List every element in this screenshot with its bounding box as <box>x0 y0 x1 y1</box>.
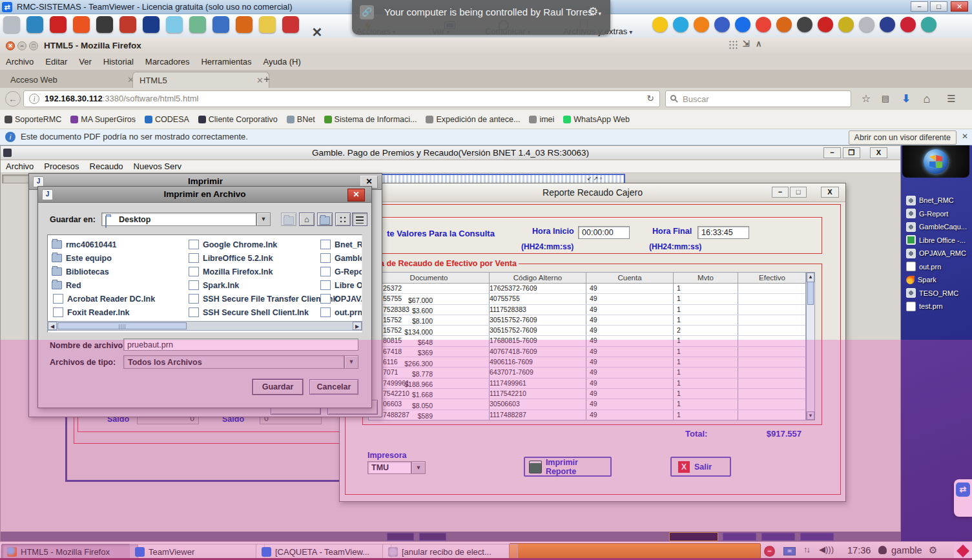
alert-burst-icon[interactable] <box>119 16 136 33</box>
close-button[interactable]: X <box>870 147 887 158</box>
store-bag-icon[interactable] <box>776 17 792 32</box>
guardar-button[interactable]: Guardar <box>253 379 303 395</box>
desktop-icon[interactable]: TESO_RMC <box>901 287 972 300</box>
speaker-icon[interactable]: ◀))) <box>819 544 834 554</box>
file-list-item[interactable]: Este equipo <box>52 251 184 265</box>
desktop-icon[interactable]: Spark <box>901 273 972 287</box>
bookmark-item[interactable]: SoporteRMC <box>5 110 61 129</box>
firefox-menu-item[interactable]: Historial <box>103 54 134 70</box>
back-button[interactable]: ← <box>5 91 21 107</box>
bookmark-item[interactable]: imei <box>529 110 554 129</box>
close-button[interactable]: ✕ <box>347 189 365 202</box>
table-header-cell[interactable]: Documento <box>369 273 490 283</box>
firefox-menu-item[interactable]: Ayuda (H) <box>263 54 300 70</box>
open-with-viewer-button[interactable]: Abrir con un visor diferente <box>849 130 956 145</box>
footprints-green-icon[interactable] <box>189 16 206 33</box>
flame-icon[interactable] <box>694 17 709 32</box>
tab-close-icon[interactable]: ✕ <box>256 72 264 88</box>
url-bar[interactable]: i 192.168.30.112:3380/software/html5.htm… <box>23 90 660 107</box>
table-row[interactable]: 74999611117499961491$1.668 <box>369 379 805 389</box>
close-button[interactable]: ✕ <box>951 1 968 12</box>
power-icon[interactable] <box>818 17 833 32</box>
teamviewer-icon[interactable] <box>735 17 750 32</box>
clamp-icon[interactable] <box>282 16 299 33</box>
ubuntu-dark-icon[interactable] <box>96 16 113 33</box>
firefox-menu-item[interactable]: Editar <box>45 54 67 70</box>
settings-gear-icon[interactable]: ⚙ <box>929 544 937 556</box>
combo-arrow-icon[interactable]: ▼ <box>256 213 271 226</box>
site-info-icon[interactable]: i <box>29 94 39 104</box>
list-view-button[interactable] <box>352 213 367 226</box>
table-row[interactable]: 70716437071-7609491$188.966 <box>369 368 805 378</box>
firefox-menu-item[interactable]: Ver <box>79 54 92 70</box>
file-list-item[interactable]: Bibliotecas <box>52 265 184 278</box>
scrollbar-thumb[interactable] <box>807 282 814 305</box>
teamviewer-bubble[interactable]: ⇄ <box>954 479 972 517</box>
scroll-up-icon[interactable]: ▲ <box>807 273 814 282</box>
bookmark-item[interactable]: CODESA <box>145 110 189 129</box>
id-card-icon[interactable] <box>212 16 229 33</box>
gf-disc-icon[interactable] <box>259 16 276 33</box>
notice-close-icon[interactable]: ✕ <box>962 132 968 141</box>
table-row[interactable]: 0660330506603491$589 <box>369 399 805 410</box>
table-header-cell[interactable]: Código Alterno <box>490 273 586 283</box>
hora-inicio-field[interactable]: 00:00:00 <box>578 226 630 239</box>
remote-task-button[interactable] <box>419 533 446 541</box>
table-header-cell[interactable]: Mvto <box>674 273 738 283</box>
chart-icon[interactable] <box>921 17 936 32</box>
expand-icon[interactable]: ⇲ <box>743 39 750 48</box>
filetype-combo[interactable]: Todos los Archivos ▼ <box>123 355 358 369</box>
search-bar[interactable]: Buscar <box>665 90 851 107</box>
cancelar-button[interactable]: Cancelar <box>309 379 358 395</box>
network-arrows-icon[interactable]: ↑↓ <box>803 544 809 554</box>
shield-icon[interactable] <box>880 17 895 32</box>
remote-task-button[interactable] <box>387 533 414 541</box>
gamble-menu-item[interactable]: Archivo <box>6 160 34 173</box>
filename-input[interactable]: pruebaut.prn <box>123 338 358 351</box>
table-row[interactable]: 61164906116-7609491$8.778 <box>369 357 805 368</box>
scroll-right-icon[interactable]: ▶ <box>353 322 362 330</box>
table-row[interactable]: 5575540755755491$3.600 <box>369 294 805 304</box>
bookmark-item[interactable]: MA SuperGiros <box>70 110 136 129</box>
desktop-icon[interactable]: GambleCaqu... <box>901 220 972 234</box>
restore-button[interactable]: ❐ <box>843 147 860 158</box>
table-scrollbar[interactable]: ▲ ▼ <box>806 272 815 420</box>
file-list-item[interactable]: G-Report <box>319 265 362 278</box>
bookmark-star-icon[interactable]: ☆ <box>858 90 874 107</box>
file-list-item[interactable]: GambleC <box>319 251 362 265</box>
file-list-scrollbar[interactable]: ◀ ▶ <box>47 321 362 331</box>
file-list-item[interactable]: Red <box>52 278 184 292</box>
table-row[interactable]: 1575230515752-7609491$134.000 <box>369 315 805 326</box>
record-icon[interactable] <box>50 16 67 33</box>
desktop-icon[interactable]: test.prn <box>901 300 972 313</box>
table-row[interactable]: 6741840767418-7609491$266.300 <box>369 347 805 357</box>
gamble-menu-item[interactable]: Procesos <box>44 160 79 173</box>
file-list-item[interactable]: rmc40610441 <box>52 238 184 251</box>
table-row[interactable]: 8081517680815-7609491$369 <box>369 336 805 346</box>
media-player-icon[interactable] <box>714 17 730 32</box>
impresora-combo[interactable]: TMU ▼ <box>367 461 426 474</box>
up-folder-button[interactable] <box>281 213 296 226</box>
new-folder-button[interactable] <box>317 213 333 226</box>
windows-start-orb[interactable] <box>924 149 948 174</box>
file-list-item[interactable]: Foxit Reader.lnk <box>52 306 184 319</box>
file-list-item[interactable]: Acrobat Reader DC.lnk <box>52 292 184 306</box>
home-icon[interactable]: ⌂ <box>918 90 935 107</box>
file-list-item[interactable]: LibreOffice 5.2.lnk <box>187 251 320 265</box>
save-in-combo[interactable]: Desktop ▼ <box>101 213 271 226</box>
table-row[interactable]: 75422101117542210491$8.050 <box>369 389 805 399</box>
library-icon[interactable]: ▤ <box>877 90 894 107</box>
disc-icon[interactable] <box>859 17 874 32</box>
window-maximize-button[interactable]: □ <box>29 41 38 50</box>
chrome-icon[interactable] <box>756 17 771 32</box>
file-list-item[interactable]: Libre Off <box>319 278 362 292</box>
gamble-menu-item[interactable]: Recaudo <box>90 160 123 173</box>
maximize-button[interactable]: □ <box>790 187 807 198</box>
file-list-item[interactable]: Spark.lnk <box>187 278 320 292</box>
smiley-icon[interactable] <box>652 17 668 32</box>
firefox-menu-item[interactable]: Archivo <box>6 54 34 70</box>
close-button[interactable]: X <box>821 187 839 198</box>
table-row[interactable]: 1575230515752-7609492$648 <box>369 326 805 336</box>
gamble-menu-item[interactable]: Nuevos Serv <box>134 160 181 173</box>
table-row[interactable]: 75283831117528383491$8.100 <box>369 305 805 315</box>
